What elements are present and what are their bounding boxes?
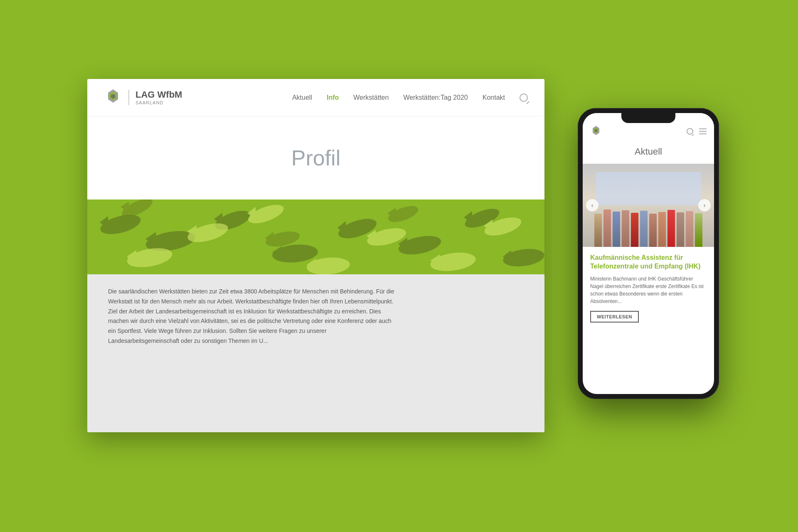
menu-bar-2 bbox=[699, 131, 707, 132]
logo-title: LAG WfbM bbox=[135, 90, 182, 100]
nav-links: Aktuell Info Werkstätten Werkstätten:Tag… bbox=[292, 94, 528, 102]
navigation: LAG WfbM SAARLAND Aktuell Info Werkstätt… bbox=[87, 79, 544, 116]
logo-subtitle: SAARLAND bbox=[135, 100, 182, 105]
phone-mockup: Aktuell bbox=[578, 108, 719, 399]
person-11 bbox=[686, 211, 693, 247]
person-12 bbox=[695, 213, 702, 247]
desktop-mockup: LAG WfbM SAARLAND Aktuell Info Werkstätt… bbox=[87, 79, 544, 432]
nav-link-kontakt[interactable]: Kontakt bbox=[483, 94, 505, 101]
person-6 bbox=[640, 211, 648, 247]
phone-header-icons bbox=[687, 128, 707, 135]
nav-link-info[interactable]: Info bbox=[327, 94, 339, 101]
person-3 bbox=[613, 212, 620, 247]
phone-search-icon[interactable] bbox=[687, 128, 693, 135]
person-9 bbox=[667, 210, 675, 247]
menu-bar-3 bbox=[699, 133, 707, 134]
content-text: Die saarländischen Werkstätten bieten zu… bbox=[108, 287, 399, 346]
fish-pattern bbox=[87, 200, 544, 274]
nav-link-aktuell[interactable]: Aktuell bbox=[292, 94, 312, 101]
phone-card-text: Ministerin Bachmann und IHK Geschäftsfüh… bbox=[590, 275, 707, 305]
content-area: Die saarländischen Werkstätten bieten zu… bbox=[87, 274, 544, 432]
person-10 bbox=[677, 212, 684, 247]
person-1 bbox=[594, 214, 602, 247]
phone-card: Kaufmännische Assistenz für Telefonzentr… bbox=[583, 247, 714, 329]
phone-section-title: Aktuell bbox=[583, 142, 714, 164]
hero-section: Profil bbox=[87, 116, 544, 200]
phone-notch bbox=[621, 113, 675, 123]
scene: LAG WfbM SAARLAND Aktuell Info Werkstätt… bbox=[66, 58, 732, 474]
slider-prev-button[interactable]: ‹ bbox=[586, 199, 598, 212]
person-5 bbox=[631, 213, 638, 247]
search-icon[interactable] bbox=[520, 94, 528, 102]
person-7 bbox=[649, 214, 657, 247]
phone-outer: Aktuell bbox=[578, 108, 719, 399]
photo-sim bbox=[583, 164, 714, 247]
phone-slider: ‹ › bbox=[583, 164, 714, 247]
nav-link-werkstaetten[interactable]: Werkstätten bbox=[353, 94, 389, 101]
logo-text-area: LAG WfbM SAARLAND bbox=[128, 90, 182, 105]
phone-screen: Aktuell bbox=[583, 113, 714, 394]
phone-menu-icon[interactable] bbox=[699, 128, 707, 134]
phone-card-title: Kaufmännische Assistenz für Telefonzentr… bbox=[590, 254, 707, 271]
nav-link-werkstaetten-tag[interactable]: Werkstätten:Tag 2020 bbox=[403, 94, 468, 101]
slider-next-button[interactable]: › bbox=[698, 199, 711, 212]
page-title: Profil bbox=[291, 145, 340, 170]
logo-area: LAG WfbM SAARLAND bbox=[104, 89, 182, 107]
person-8 bbox=[658, 212, 666, 247]
menu-bar-1 bbox=[699, 128, 707, 129]
fish-banner bbox=[87, 200, 544, 274]
fish-svg bbox=[87, 200, 544, 274]
photo-people bbox=[583, 197, 714, 247]
person-2 bbox=[603, 209, 611, 247]
weiterlesen-button[interactable]: WEITERLESEN bbox=[590, 311, 639, 323]
phone-logo-icon bbox=[590, 126, 602, 137]
person-4 bbox=[622, 210, 629, 247]
logo-icon bbox=[104, 89, 122, 107]
